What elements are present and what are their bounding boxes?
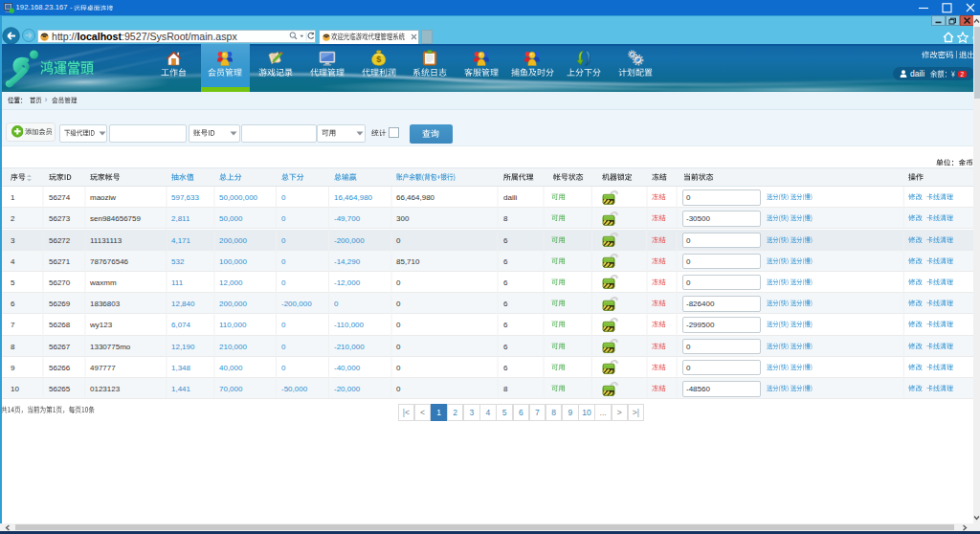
svg-text:$: $ bbox=[376, 55, 381, 64]
